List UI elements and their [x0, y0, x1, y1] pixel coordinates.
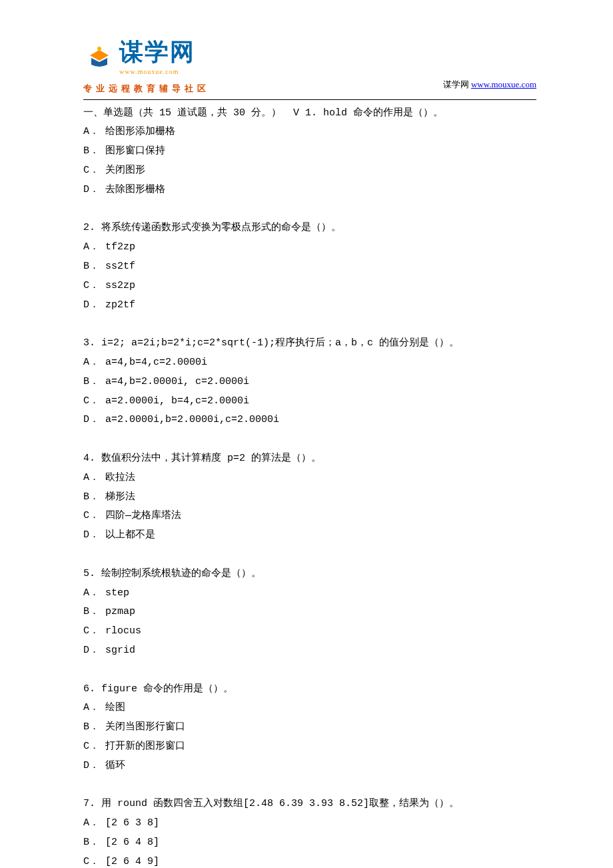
question-option: A． 欧拉法 — [83, 469, 536, 488]
question-option: C． a=2.0000i, b=4,c=2.0000i — [83, 392, 536, 411]
question-stem: 6. figure 命令的作用是（）。 — [83, 680, 536, 699]
question-option: C． 四阶—龙格库塔法 — [83, 507, 536, 526]
question-option: D． sgrid — [83, 641, 536, 661]
question-stem: 5. 绘制控制系统根轨迹的命令是（）。 — [83, 565, 536, 584]
blank-line — [83, 776, 536, 795]
question-stem: 3. i=2; a=2i;b=2*i;c=2*sqrt(-1);程序执行后；a，… — [83, 334, 536, 353]
question-option: D． a=2.0000i,b=2.0000i,c=2.0000i — [83, 411, 536, 430]
question-option: A． 绘图 — [83, 699, 536, 718]
question-stem: 2. 将系统传递函数形式变换为零极点形式的命令是（）。 — [83, 219, 536, 238]
question-option: D． zp2tf — [83, 296, 536, 315]
section-header: 一、单选题（共 15 道试题，共 30 分。） V 1. hold 命令的作用是… — [83, 104, 536, 123]
question-option: B． pzmap — [83, 603, 536, 622]
question-option: A． tf2zp — [83, 238, 536, 257]
question-option: B． [2 6 4 8] — [83, 833, 536, 853]
blank-line — [83, 430, 536, 449]
question-option: B． 关闭当图形行窗口 — [83, 718, 536, 737]
blank-line — [83, 315, 536, 334]
question-option: B． 梯形法 — [83, 488, 536, 507]
question-option: A． [2 6 3 8] — [83, 814, 536, 833]
question-stem: 4. 数值积分法中，其计算精度 p=2 的算法是（）。 — [83, 449, 536, 469]
logo-icon — [83, 46, 115, 73]
question-option: D． 去除图形栅格 — [83, 181, 536, 200]
logo-text: 谋学网 — [119, 40, 195, 64]
question-option: B． 图形窗口保持 — [83, 142, 536, 161]
question-option: C． rlocus — [83, 622, 536, 641]
question-option: B． a=4,b=2.0000i, c=2.0000i — [83, 373, 536, 392]
question-option: D． 以上都不是 — [83, 526, 536, 545]
svg-point-0 — [97, 47, 101, 51]
document-content: 一、单选题（共 15 道试题，共 30 分。） V 1. hold 命令的作用是… — [83, 104, 536, 868]
blank-line — [83, 545, 536, 565]
logo-block: 谋学网 www.mouxue.com 专业远程教育辅导社区 — [83, 40, 210, 97]
question-option: A． 给图形添加栅格 — [83, 123, 536, 142]
question-option: A． a=4,b=4,c=2.0000i — [83, 353, 536, 373]
blank-line — [83, 200, 536, 219]
question-option: B． ss2tf — [83, 257, 536, 277]
header-divider — [83, 99, 536, 100]
site-label: 谋学网 — [443, 79, 469, 89]
page-header: 谋学网 www.mouxue.com 专业远程教育辅导社区 谋学网 www.mo… — [83, 40, 536, 97]
site-link[interactable]: www.mouxue.com — [471, 79, 536, 89]
question-option: C． 关闭图形 — [83, 161, 536, 181]
question-option: A． step — [83, 584, 536, 603]
question-option: D． 循环 — [83, 757, 536, 776]
question-option: C． 打开新的图形窗口 — [83, 737, 536, 757]
site-reference: 谋学网 www.mouxue.com — [443, 77, 536, 97]
logo-subtitle: 专业远程教育辅导社区 — [83, 81, 210, 97]
blank-line — [83, 661, 536, 680]
question-option: C． ss2zp — [83, 277, 536, 296]
question-option: C． [2 6 4 9] — [83, 853, 536, 868]
question-stem: 7. 用 round 函数四舍五入对数组[2.48 6.39 3.93 8.52… — [83, 795, 536, 814]
logo-pinyin: www.mouxue.com — [119, 65, 195, 78]
